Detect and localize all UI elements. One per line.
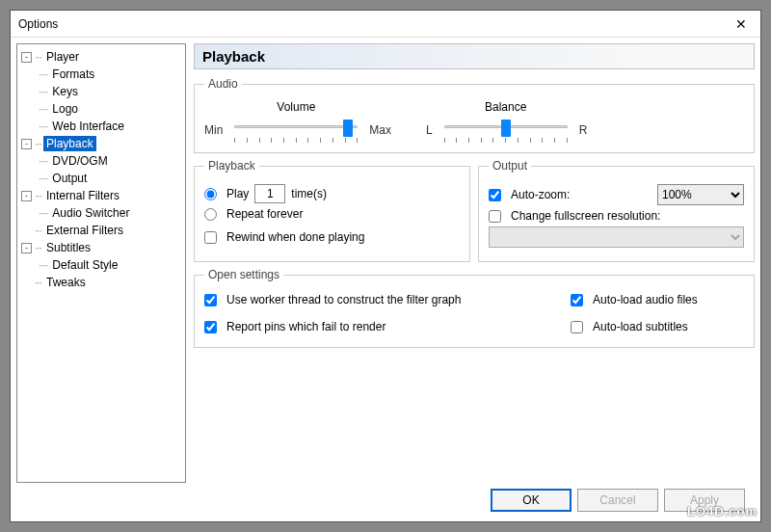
report-label: Report pins which fail to render bbox=[226, 320, 386, 333]
playback-legend: Playback bbox=[204, 159, 259, 173]
nav-tree[interactable]: -···Player····Formats····Keys····Logo···… bbox=[16, 43, 186, 483]
tree-item[interactable]: ····DVD/OGM bbox=[19, 152, 183, 170]
tree-item-label[interactable]: Internal Filters bbox=[43, 188, 122, 203]
tree-toggle-icon[interactable]: - bbox=[21, 52, 32, 63]
autosubs-row[interactable]: Auto-load subtitles bbox=[571, 320, 744, 333]
tree-item[interactable]: ····Logo bbox=[19, 100, 183, 118]
times-suffix: time(s) bbox=[291, 187, 327, 200]
tree-item-label[interactable]: Default Style bbox=[49, 257, 120, 273]
content-area: -···Player····Formats····Keys····Logo···… bbox=[11, 38, 760, 483]
options-window: Options ✕ -···Player····Formats····Keys·… bbox=[10, 10, 761, 522]
tree-item-label[interactable]: Playback bbox=[43, 136, 96, 151]
playback-group: Playback Play time(s) Repeat forever Rew… bbox=[194, 159, 470, 262]
worker-label: Use worker thread to construct the filte… bbox=[226, 293, 461, 306]
autozoom-label: Auto-zoom: bbox=[511, 188, 570, 201]
worker-row[interactable]: Use worker thread to construct the filte… bbox=[204, 293, 571, 306]
tree-toggle-icon[interactable]: - bbox=[21, 139, 32, 149]
tree-item[interactable]: -···Playback bbox=[19, 135, 183, 152]
cancel-button[interactable]: Cancel bbox=[577, 489, 658, 512]
dialog-buttons: OK Cancel Apply bbox=[491, 489, 745, 512]
audio-group: Audio Min Volume Max L Balance bbox=[194, 77, 755, 153]
worker-checkbox[interactable] bbox=[204, 294, 217, 306]
changeres-checkbox[interactable] bbox=[489, 210, 501, 223]
tree-item[interactable]: ···External Filters bbox=[19, 222, 183, 239]
balance-slider[interactable] bbox=[439, 118, 573, 143]
main-panel: Playback Audio Min Volume Max L bbox=[186, 43, 755, 483]
tree-item[interactable]: -···Player bbox=[19, 48, 183, 66]
play-label: Play bbox=[226, 187, 249, 200]
volume-slider[interactable] bbox=[228, 118, 363, 143]
tree-item[interactable]: ····Formats bbox=[19, 66, 183, 83]
tree-item[interactable]: ···Tweaks bbox=[19, 274, 183, 291]
report-row[interactable]: Report pins which fail to render bbox=[204, 320, 571, 333]
autosubs-label: Auto-load subtitles bbox=[593, 320, 688, 333]
close-icon[interactable]: ✕ bbox=[728, 14, 755, 34]
output-legend: Output bbox=[489, 159, 531, 173]
balance-right-label: R bbox=[579, 123, 588, 143]
tree-item[interactable]: ····Default Style bbox=[19, 256, 183, 274]
titlebar: Options ✕ bbox=[11, 11, 760, 38]
play-times-input[interactable] bbox=[254, 184, 285, 203]
tree-item-label[interactable]: Audio Switcher bbox=[49, 205, 132, 221]
tree-item[interactable]: ····Audio Switcher bbox=[19, 204, 183, 222]
report-checkbox[interactable] bbox=[204, 321, 217, 333]
balance-left-label: L bbox=[426, 123, 433, 143]
volume-label: Volume bbox=[277, 100, 315, 114]
autoaudio-row[interactable]: Auto-load audio files bbox=[571, 293, 744, 306]
tree-item-label[interactable]: Subtitles bbox=[43, 240, 93, 255]
rewind-checkbox[interactable] bbox=[204, 231, 217, 244]
repeat-radio[interactable] bbox=[204, 208, 217, 221]
tree-item-label[interactable]: External Filters bbox=[43, 223, 126, 238]
tree-item-label[interactable]: Keys bbox=[49, 84, 81, 99]
tree-item[interactable]: ····Output bbox=[19, 170, 183, 187]
apply-button[interactable]: Apply bbox=[664, 489, 745, 512]
tree-item[interactable]: -···Subtitles bbox=[19, 239, 183, 256]
tree-item-label[interactable]: DVD/OGM bbox=[49, 153, 110, 169]
autosubs-checkbox[interactable] bbox=[571, 321, 583, 333]
tree-item[interactable]: ····Keys bbox=[19, 83, 183, 100]
rewind-label: Rewind when done playing bbox=[226, 230, 364, 244]
tree-toggle-icon[interactable]: - bbox=[21, 243, 32, 253]
balance-label: Balance bbox=[485, 100, 526, 114]
autozoom-select[interactable]: 100% bbox=[657, 184, 744, 205]
window-title: Options bbox=[18, 17, 58, 31]
volume-min-label: Min bbox=[204, 123, 223, 143]
output-group: Output Auto-zoom: 100% Change fullscreen… bbox=[478, 159, 755, 262]
resolution-select bbox=[489, 226, 744, 248]
tree-item-label[interactable]: Tweaks bbox=[43, 275, 89, 290]
open-settings-group: Open settings Use worker thread to const… bbox=[194, 268, 755, 348]
tree-item-label[interactable]: Player bbox=[43, 49, 82, 65]
ok-button[interactable]: OK bbox=[491, 489, 572, 512]
repeat-label: Repeat forever bbox=[226, 207, 303, 221]
tree-item-label[interactable]: Output bbox=[49, 171, 90, 186]
tree-item-label[interactable]: Web Interface bbox=[49, 119, 126, 134]
page-title: Playback bbox=[194, 43, 755, 69]
audio-legend: Audio bbox=[204, 77, 242, 91]
autoaudio-checkbox[interactable] bbox=[571, 294, 583, 306]
play-radio[interactable] bbox=[204, 188, 217, 200]
tree-item[interactable]: -···Internal Filters bbox=[19, 187, 183, 204]
tree-item[interactable]: ····Web Interface bbox=[19, 118, 183, 135]
changeres-label: Change fullscreen resolution: bbox=[511, 209, 660, 223]
tree-toggle-icon[interactable]: - bbox=[21, 191, 32, 201]
tree-item-label[interactable]: Logo bbox=[49, 101, 81, 117]
tree-item-label[interactable]: Formats bbox=[49, 66, 97, 82]
autoaudio-label: Auto-load audio files bbox=[593, 293, 698, 306]
autozoom-checkbox[interactable] bbox=[489, 189, 501, 201]
open-legend: Open settings bbox=[204, 268, 283, 281]
volume-max-label: Max bbox=[369, 123, 391, 143]
